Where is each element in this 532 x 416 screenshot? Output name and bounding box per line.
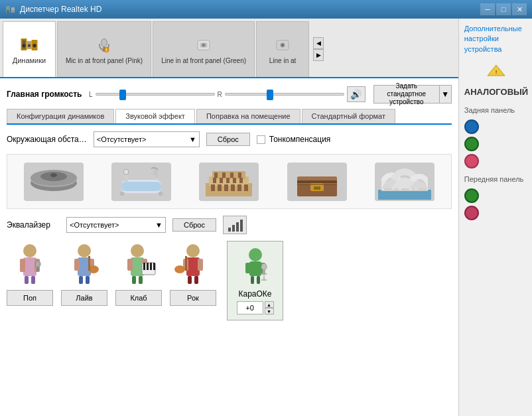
svg-rect-114 [251,276,254,284]
tab-speakers-label: Динамики [13,56,46,64]
env-select-value: <Отсутствует> [97,135,147,143]
music-style-pop[interactable]: Поп [7,241,53,306]
tab-line-front[interactable]: Line in at front panel (Green) [153,21,255,77]
svg-rect-72 [240,220,243,232]
titlebar-title: Диспетчер Realtek HD [20,5,480,14]
svg-point-102 [186,244,200,257]
svg-rect-85 [79,276,83,284]
tab-speaker-config[interactable]: Конфигурация динамиков [7,109,114,123]
env-img-disc[interactable] [21,160,87,203]
tab-room-correction[interactable]: Поправка на помещение [196,109,300,123]
karaoke-increment[interactable]: ▲ [265,301,274,308]
eq-select[interactable]: <Отсутствует> ▼ [66,217,166,233]
karaoke-decrement[interactable]: ▼ [265,308,274,314]
svg-rect-75 [20,259,25,272]
svg-point-27 [50,173,57,177]
env-img-colosseum[interactable] [196,160,262,203]
tone-compensation-checkbox[interactable] [257,135,265,144]
volume-section: Главная громкость L R 🔊 Задать стандартн… [7,85,452,104]
music-style-rock[interactable]: Рок [170,241,216,306]
env-img-chest[interactable] [284,160,350,203]
club-button[interactable]: Клаб [115,290,162,306]
svg-rect-59 [314,186,320,190]
env-img-colosseum-placeholder [199,163,259,201]
env-img-opera[interactable] [371,160,438,203]
connector-blue[interactable] [464,119,479,134]
music-styles-section: Поп [7,241,452,320]
analog-title: АНАЛОГОВЫЙ [464,87,528,97]
env-select[interactable]: <Отсутствует> ▼ [94,131,200,147]
minimize-button[interactable]: ─ [480,3,495,15]
svg-rect-86 [86,276,90,284]
svg-rect-52 [222,173,226,178]
tab-scroll-right[interactable]: ▶ [313,49,324,61]
mute-button[interactable]: 🔊 [347,86,366,102]
svg-rect-61 [378,190,431,200]
svg-point-108 [174,265,185,273]
svg-rect-40 [211,184,215,191]
rear-panel-label: Задняя панель [464,106,528,114]
svg-rect-106 [188,276,192,284]
eq-grid-button[interactable] [223,216,247,234]
svg-rect-93 [127,259,133,271]
eq-reset-button[interactable]: Сброс [172,218,216,232]
svg-rect-62 [381,188,428,191]
tab-sound-effect[interactable]: Звуковой эффект [115,109,195,123]
environment-row: Окружающая обста… <Отсутствует> ▼ Сброс … [7,131,452,147]
volume-slider-thumb[interactable] [119,90,126,100]
tab-scroll-left[interactable]: ◀ [313,37,324,49]
additional-settings-link[interactable]: Дополнительные настройки устройства [464,24,528,54]
speakers-icon [19,34,40,55]
tab-mic-front[interactable]: ! Mic in at front panel (Pink) [57,21,151,77]
svg-rect-88 [88,256,90,271]
karaoke-icon [239,247,272,287]
rock-icon [170,241,216,287]
left-panel: Динамики ! Mic in at front panel (Pink) [0,19,459,416]
svg-rect-45 [244,184,248,191]
titlebar: Диспетчер Realtek HD ─ □ ✕ [0,0,532,19]
svg-point-9 [28,44,31,47]
svg-rect-78 [31,276,35,284]
live-button[interactable]: Лайв [61,290,107,306]
inner-tabs: Конфигурация динамиков Звуковой эффект П… [7,109,452,125]
connector-front-green[interactable] [464,188,479,203]
svg-rect-117 [263,270,265,274]
maximize-button[interactable]: □ [496,3,511,15]
svg-point-91 [131,244,144,257]
main-container: Динамики ! Mic in at front panel (Pink) [0,19,532,416]
connector-front-pink[interactable] [464,206,479,220]
env-img-opera-placeholder [375,163,434,201]
svg-rect-29 [121,182,161,191]
close-button[interactable]: ✕ [512,3,527,15]
svg-text:!: ! [106,47,107,52]
rock-button[interactable]: Рок [170,290,216,306]
svg-point-116 [261,263,267,270]
eq-select-value: <Отсутствует> [70,221,119,229]
balance-slider[interactable] [225,93,344,96]
balance-slider-thumb[interactable] [267,90,273,100]
svg-rect-51 [214,173,218,178]
karaoke-value-input[interactable] [237,301,263,314]
music-style-live[interactable]: Лайв [61,241,107,306]
set-default-dropdown[interactable]: ▼ [440,85,452,104]
svg-rect-100 [150,263,152,270]
mic-front-icon: ! [94,35,115,56]
pop-button[interactable]: Поп [7,290,53,306]
connector-pink[interactable] [464,154,479,169]
volume-slider[interactable] [96,93,215,96]
r-label: R [218,91,222,98]
set-default-button[interactable]: Задать стандартное устройство [373,85,440,104]
tab-line-in[interactable]: Line in at [256,21,309,77]
env-img-bathtub[interactable] [108,160,174,203]
connector-green[interactable] [464,137,479,151]
svg-rect-83 [74,259,80,271]
analog-badge: ! [464,64,528,80]
music-style-club[interactable]: Клаб [115,241,162,306]
tab-speakers[interactable]: Динамики [3,21,56,77]
svg-rect-69 [228,228,231,232]
svg-rect-32 [120,192,124,196]
app-icon [5,4,16,15]
env-reset-button[interactable]: Сброс [206,133,250,146]
tab-standard-format[interactable]: Стандартный формат [302,109,395,123]
env-select-chevron: ▼ [189,135,196,143]
